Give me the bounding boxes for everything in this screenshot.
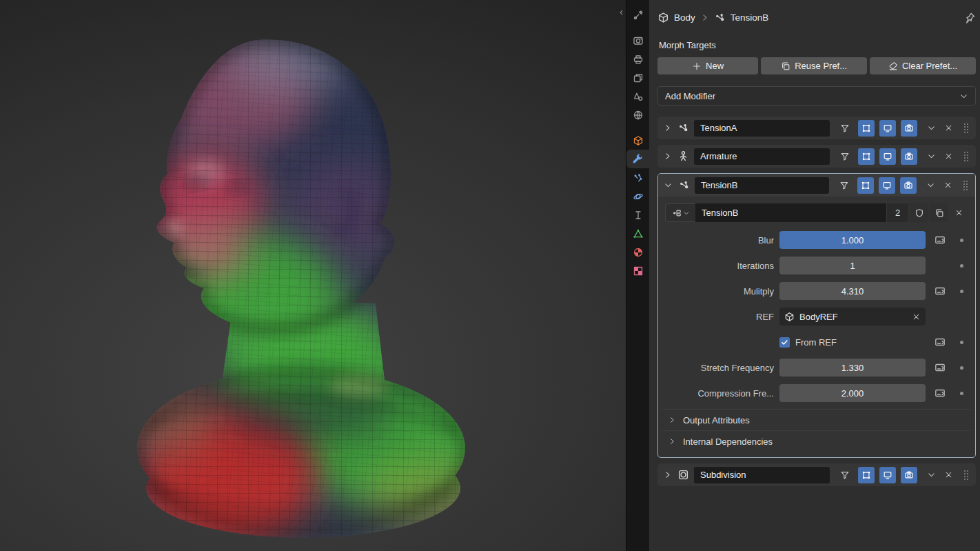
show-in-viewport-toggle[interactable]: [879, 467, 896, 483]
reuse-prefetch-button[interactable]: Reuse Pref...: [761, 57, 867, 74]
tab-render[interactable]: [626, 31, 649, 50]
clear-object-button[interactable]: [912, 312, 921, 321]
stretch-frequency-field[interactable]: 1.330: [779, 359, 926, 377]
datablock-name-field[interactable]: TensionB: [695, 203, 886, 222]
modifier-delete-button[interactable]: [941, 123, 955, 132]
multiply-attribute-toggle[interactable]: [931, 285, 949, 297]
tab-physics[interactable]: [626, 187, 649, 206]
modifier-drag-handle[interactable]: [960, 179, 971, 192]
new-button[interactable]: New: [657, 57, 758, 74]
tab-scene[interactable]: [626, 87, 649, 106]
tab-view-layer[interactable]: [626, 68, 649, 87]
pin-button[interactable]: [964, 12, 976, 23]
stretch-attribute-toggle[interactable]: [931, 362, 949, 373]
show-on-cage-toggle[interactable]: [836, 177, 853, 194]
expand-toggle[interactable]: [663, 123, 674, 132]
modifier-delete-button[interactable]: [941, 181, 955, 190]
unlink-datablock-button[interactable]: [950, 203, 968, 222]
chevron-right-icon: [668, 416, 676, 424]
expand-toggle[interactable]: [664, 181, 675, 190]
expand-toggle[interactable]: [663, 152, 674, 161]
animate-decorator-dot[interactable]: [960, 290, 963, 293]
modifier-delete-button[interactable]: [941, 152, 955, 161]
show-in-viewport-toggle[interactable]: [879, 177, 895, 194]
show-in-viewport-toggle[interactable]: [879, 120, 896, 137]
datablock-users-count[interactable]: 2: [886, 203, 908, 222]
editmode-icon: [861, 470, 871, 480]
tab-object-data[interactable]: [626, 224, 649, 243]
modifier-header[interactable]: TensionA: [657, 117, 976, 139]
show-in-viewport-toggle[interactable]: [879, 148, 896, 165]
modifier-drag-handle[interactable]: [961, 150, 972, 163]
modifier-drag-handle[interactable]: [961, 469, 972, 481]
modifier-extras-menu[interactable]: [923, 181, 937, 190]
modifier-name-field[interactable]: Armature: [694, 148, 830, 165]
tab-output[interactable]: [626, 50, 649, 68]
clear-prefetch-button[interactable]: Clear Prefet...: [870, 57, 976, 74]
multiply-field[interactable]: 4.310: [779, 282, 926, 300]
tab-world[interactable]: [626, 106, 649, 124]
show-in-render-toggle[interactable]: [901, 148, 917, 165]
show-in-render-toggle[interactable]: [901, 120, 917, 137]
animate-decorator-dot[interactable]: [960, 341, 963, 344]
new-copy-button[interactable]: [930, 203, 948, 222]
modifier-extras-menu[interactable]: [924, 470, 938, 479]
modifier-delete-button[interactable]: [941, 470, 955, 479]
show-in-editmode-toggle[interactable]: [858, 148, 875, 165]
animate-decorator-dot[interactable]: [960, 239, 963, 242]
show-in-render-toggle[interactable]: [901, 467, 917, 483]
ref-object-field[interactable]: BodyREF: [779, 308, 926, 325]
add-modifier-dropdown[interactable]: Add Modifier: [657, 86, 976, 106]
prop-row-iterations: Iterations 1: [665, 256, 968, 275]
show-in-editmode-toggle[interactable]: [858, 467, 875, 483]
fake-user-button[interactable]: [910, 203, 928, 222]
show-in-editmode-toggle[interactable]: [858, 120, 875, 137]
tab-constraints[interactable]: [626, 206, 649, 224]
subpanel-internal-dependencies[interactable]: Internal Dependencies: [662, 430, 971, 452]
tab-modifier-properties[interactable]: [626, 150, 649, 168]
sidebar-collapse-arrow[interactable]: ‹: [617, 4, 626, 18]
animate-decorator-dot[interactable]: [960, 392, 963, 395]
tab-texture[interactable]: [626, 261, 649, 280]
show-in-editmode-toggle[interactable]: [857, 177, 874, 194]
blur-slider[interactable]: 1.000: [779, 231, 926, 249]
show-on-cage-toggle[interactable]: [837, 120, 853, 137]
cage-icon: [840, 123, 850, 133]
monitor-icon: [883, 123, 892, 133]
modifier-extras-menu[interactable]: [924, 152, 938, 161]
show-on-cage-toggle[interactable]: [837, 467, 853, 483]
tab-particles[interactable]: [626, 168, 649, 187]
datablock-browse-button[interactable]: [665, 203, 695, 222]
object-mesh-icon: [657, 12, 669, 23]
from-ref-attribute-toggle[interactable]: [931, 337, 949, 348]
modifier-extras-menu[interactable]: [924, 123, 938, 132]
viewport-3d[interactable]: ‹: [0, 0, 626, 551]
cage-icon: [840, 152, 850, 161]
modifier-header[interactable]: Subdivision: [657, 463, 976, 486]
tab-tool[interactable]: [626, 6, 649, 24]
tab-material[interactable]: [626, 243, 649, 261]
modifier-drag-handle[interactable]: [961, 122, 972, 134]
blur-attribute-toggle[interactable]: [931, 234, 949, 246]
modifier-name-field[interactable]: TensionA: [694, 120, 830, 137]
modifier-name-field[interactable]: Subdivision: [694, 467, 830, 483]
modifier-header[interactable]: Armature: [657, 145, 976, 168]
subpanel-output-attributes[interactable]: Output Attributes: [662, 409, 971, 430]
breadcrumb-object[interactable]: Body: [674, 12, 695, 23]
show-on-cage-toggle[interactable]: [837, 148, 853, 165]
modifier-name-field[interactable]: TensionB: [695, 177, 829, 194]
show-in-render-toggle[interactable]: [900, 177, 917, 194]
compression-frequency-field[interactable]: 2.000: [779, 384, 926, 402]
animate-decorator-dot[interactable]: [960, 264, 963, 268]
input-attribute-icon: [935, 388, 946, 399]
cage-icon: [840, 470, 850, 480]
breadcrumb-target[interactable]: TensionB: [731, 12, 769, 23]
expand-toggle[interactable]: [663, 470, 674, 479]
from-ref-checkbox[interactable]: [779, 337, 790, 348]
tab-object[interactable]: [626, 131, 649, 150]
animate-decorator-dot[interactable]: [960, 366, 963, 370]
iterations-field[interactable]: 1: [779, 257, 926, 274]
modifier-header[interactable]: TensionB: [658, 174, 975, 197]
camera-icon: [904, 470, 914, 480]
compression-attribute-toggle[interactable]: [931, 388, 949, 399]
